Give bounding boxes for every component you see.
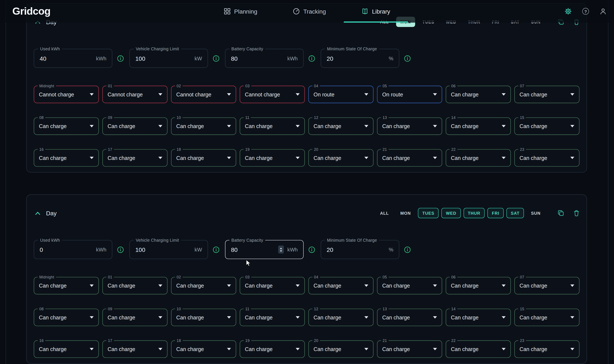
trash-icon[interactable] <box>574 210 579 216</box>
day-toggle[interactable]: FRI <box>488 208 504 218</box>
info-icon[interactable] <box>117 55 124 62</box>
hour-select[interactable]: 10 Can charge <box>171 117 236 135</box>
hour-select[interactable]: 16 Can charge <box>34 340 99 358</box>
hour-select[interactable]: 20 Can charge <box>309 340 374 358</box>
hour-select[interactable]: 12 Can charge <box>309 117 374 135</box>
number-field[interactable]: Used kWh 0 kWh <box>34 240 112 259</box>
tab-planning[interactable]: Planning <box>206 0 275 23</box>
hour-select[interactable]: 02 Cannot charge <box>171 86 236 103</box>
hour-select[interactable]: 07 Can charge <box>514 86 579 103</box>
copy-icon[interactable] <box>558 210 564 216</box>
hour-select[interactable]: 21 Can charge <box>377 340 442 358</box>
field-unit: % <box>389 55 393 61</box>
field-value: 80 <box>231 55 287 62</box>
info-icon[interactable] <box>213 55 220 62</box>
hour-select[interactable]: 14 Can charge <box>446 117 511 135</box>
tab-tracking[interactable]: Tracking <box>275 0 344 23</box>
hour-value: Can charge <box>314 346 364 352</box>
hour-label: 10 <box>175 116 183 120</box>
hour-select[interactable]: 10 Can charge <box>171 309 236 326</box>
hour-select[interactable]: 06 Can charge <box>446 86 511 103</box>
hour-select[interactable]: 09 Can charge <box>102 309 167 326</box>
help-icon[interactable]: ? <box>582 8 589 15</box>
hour-select[interactable]: 03 Cannot charge <box>240 86 305 103</box>
hour-value: Can charge <box>382 155 433 161</box>
collapse-chevron-icon[interactable] <box>35 210 41 216</box>
hour-select[interactable]: 14 Can charge <box>446 309 511 326</box>
number-stepper[interactable] <box>278 246 284 253</box>
hour-value: Can charge <box>451 155 502 161</box>
hour-select[interactable]: 02 Can charge <box>171 277 236 294</box>
hour-value: Can charge <box>39 314 90 320</box>
hour-select[interactable]: 15 Can charge <box>514 309 579 326</box>
chevron-down-icon <box>433 348 437 350</box>
hour-select[interactable]: 23 Can charge <box>514 340 579 358</box>
hour-select[interactable]: 15 Can charge <box>514 117 579 135</box>
tab-library[interactable]: Library <box>344 0 408 23</box>
day-toggle[interactable]: WED <box>442 208 461 218</box>
hour-select[interactable]: 11 Can charge <box>240 117 305 135</box>
hour-select[interactable]: 04 Can charge <box>309 277 374 294</box>
hour-select[interactable]: 08 Can charge <box>34 117 99 135</box>
hour-label: 15 <box>518 116 526 120</box>
stepper-down-icon[interactable] <box>280 250 282 252</box>
day-toggle[interactable]: SAT <box>507 208 524 218</box>
hour-select[interactable]: 17 Can charge <box>102 340 167 358</box>
field-label: Battery Capacity <box>229 47 265 51</box>
hour-select[interactable]: 04 On route <box>309 86 374 103</box>
hour-select[interactable]: 16 Can charge <box>34 149 99 167</box>
hour-select[interactable]: 12 Can charge <box>309 309 374 326</box>
day-toggle[interactable]: THUR <box>463 208 485 218</box>
info-icon[interactable] <box>213 246 220 253</box>
info-icon[interactable] <box>404 55 411 62</box>
day-toggle[interactable]: MON <box>396 208 415 218</box>
hour-select[interactable]: 18 Can charge <box>171 149 236 167</box>
hour-select[interactable]: Midnight Cannot charge <box>34 86 99 103</box>
number-field[interactable]: Vehicle Charging Limit 100 kW <box>129 49 208 68</box>
gear-icon[interactable] <box>565 8 572 15</box>
hour-select[interactable]: Midnight Can charge <box>34 277 99 294</box>
hour-select[interactable]: 22 Can charge <box>446 340 511 358</box>
hour-select[interactable]: 22 Can charge <box>446 149 511 167</box>
hour-value: Can charge <box>176 314 227 320</box>
chevron-down-icon <box>364 125 368 127</box>
info-icon[interactable] <box>117 246 124 253</box>
hour-select[interactable]: 01 Can charge <box>102 277 167 294</box>
day-toggle[interactable]: SUN <box>527 208 545 218</box>
hour-select[interactable]: 17 Can charge <box>102 149 167 167</box>
info-icon[interactable] <box>309 246 315 253</box>
number-field[interactable]: Minimum State Of Charge 20 % <box>321 49 399 68</box>
number-field[interactable]: Vehicle Charging Limit 100 kW <box>129 240 208 259</box>
number-field[interactable]: Battery Capacity 80 kWh <box>225 49 304 68</box>
number-field[interactable]: Battery Capacity 80 kWh <box>225 240 304 259</box>
hour-select[interactable]: 06 Can charge <box>446 277 511 294</box>
hour-select[interactable]: 11 Can charge <box>240 309 305 326</box>
hour-select[interactable]: 19 Can charge <box>240 149 305 167</box>
day-toggle[interactable]: TUES <box>418 208 439 218</box>
chevron-down-icon <box>570 316 574 319</box>
hour-select[interactable]: 13 Can charge <box>377 309 442 326</box>
hour-select[interactable]: 09 Can charge <box>102 117 167 135</box>
tab-label: Library <box>372 8 390 15</box>
stepper-up-icon[interactable] <box>280 247 282 249</box>
hour-select[interactable]: 23 Can charge <box>514 149 579 167</box>
info-icon[interactable] <box>309 55 315 62</box>
hour-select[interactable]: 13 Can charge <box>377 117 442 135</box>
hour-select[interactable]: 19 Can charge <box>240 340 305 358</box>
hour-select[interactable]: 18 Can charge <box>171 340 236 358</box>
hour-select[interactable]: 07 Can charge <box>514 277 579 294</box>
number-field[interactable]: Minimum State Of Charge 20 % <box>321 240 399 259</box>
hour-select[interactable]: 20 Can charge <box>309 149 374 167</box>
hour-select[interactable]: 21 Can charge <box>377 149 442 167</box>
day-toggle[interactable]: ALL <box>376 208 393 218</box>
hour-select[interactable]: 01 Cannot charge <box>102 86 167 103</box>
hour-select[interactable]: 03 Can charge <box>240 277 305 294</box>
number-field[interactable]: Used kWh 40 kWh <box>34 49 112 68</box>
hour-select[interactable]: 08 Can charge <box>34 309 99 326</box>
account-icon[interactable] <box>600 8 607 15</box>
field-unit: kWh <box>287 247 298 252</box>
info-icon[interactable] <box>404 246 411 253</box>
hour-label: 03 <box>244 275 251 279</box>
hour-select[interactable]: 05 On route <box>377 86 442 103</box>
hour-select[interactable]: 05 Can charge <box>377 277 442 294</box>
